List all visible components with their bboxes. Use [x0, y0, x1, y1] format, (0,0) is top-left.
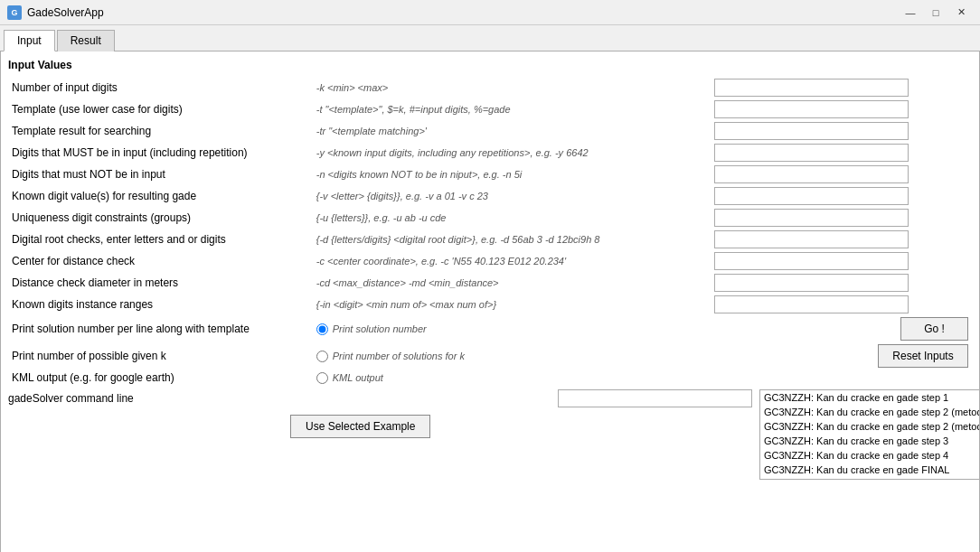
field-hint: {-in <digit> <min num of> <max num of>}: [313, 294, 711, 315]
input-must-digits[interactable]: [714, 144, 909, 162]
field-label: Digits that must NOT be in input: [8, 164, 313, 185]
table-row: Digits that MUST be in input (including …: [8, 142, 972, 164]
input-form: Number of input digits -k <min> <max> Te…: [8, 77, 972, 386]
tab-input[interactable]: Input: [4, 30, 55, 51]
field-hint: {-d {letters/digits} <digital root digit…: [313, 229, 711, 250]
field-hint: -k <min> <max>: [313, 77, 711, 98]
field-hint: -t "<template>", $=k, #=input digits, %=…: [313, 98, 711, 120]
app-title: GadeSolverApp: [27, 6, 899, 19]
field-hint: -y <known input digits, including any re…: [313, 142, 711, 164]
list-item[interactable]: GC3NZZH: Kan du cracke en gade FINAL: [760, 463, 980, 477]
field-hint: {-u {letters}}, e.g. -u ab -u cde: [313, 207, 711, 229]
input-known-digit-values[interactable]: [714, 187, 909, 205]
examples-list[interactable]: GC3NZZH: Kan du cracke en gade step 1GC3…: [759, 389, 980, 480]
maximize-button[interactable]: □: [924, 4, 947, 22]
section-title: Input Values: [8, 59, 972, 71]
field-label: Uniqueness digit constraints (groups): [8, 207, 313, 229]
list-item[interactable]: GC3NZZH: Kan du cracke en gade step 2 (m…: [760, 405, 980, 419]
reset-button[interactable]: Reset Inputs: [878, 344, 968, 368]
kml-option-label[interactable]: KML output: [316, 372, 968, 384]
app-icon: G: [7, 5, 22, 20]
list-item[interactable]: GC3NZZH: Kan du cracke en gade step 4: [760, 448, 980, 463]
input-digital-root[interactable]: [714, 230, 909, 248]
table-row: Template result for searching -tr "<temp…: [8, 120, 972, 142]
cmdline-label: gadeSolver command line: [8, 392, 243, 405]
input-template-search[interactable]: [714, 122, 909, 140]
radio-print-solution-text: Print solution number: [333, 323, 427, 334]
input-distance[interactable]: [714, 274, 909, 292]
radio-print-k-label[interactable]: Print number of solutions for k: [316, 351, 707, 362]
table-row: Digits that must NOT be in input -n <dig…: [8, 164, 972, 185]
field-hint: -cd <max_distance> -md <min_distance>: [313, 272, 711, 294]
field-label: Digits that MUST be in input (including …: [8, 142, 313, 164]
field-hint: -n <digits known NOT to be in niput>, e.…: [313, 164, 711, 185]
table-row: Known digits instance ranges {-in <digit…: [8, 294, 972, 315]
list-item[interactable]: GC3NZZH: Kan du cracke en gade step 1: [760, 390, 980, 405]
close-button[interactable]: ✕: [949, 4, 973, 22]
title-bar: G GadeSolverApp — □ ✕: [0, 0, 980, 25]
table-row: Template (use lower case for digits) -t …: [8, 98, 972, 120]
radio-kml[interactable]: [316, 372, 328, 384]
field-label: Known digits instance ranges: [8, 294, 313, 315]
field-hint: -c <center coordinate>, e.g. -c 'N55 40.…: [313, 250, 711, 272]
main-content: Input Values Number of input digits -k <…: [0, 51, 980, 552]
radio-print-solution[interactable]: [316, 323, 328, 335]
list-item[interactable]: GC3NZZH: Kan du cracke en gade step 3: [760, 434, 980, 448]
field-label: Template (use lower case for digits): [8, 98, 313, 120]
field-hint: -tr "<template matching>': [313, 120, 711, 142]
table-row: Digital root checks, enter letters and o…: [8, 229, 972, 250]
tab-result[interactable]: Result: [57, 30, 115, 51]
table-row: Uniqueness digit constraints (groups) {-…: [8, 207, 972, 229]
radio-row-label-k: Print number of possible given k: [8, 342, 313, 370]
go-button[interactable]: Go !: [900, 317, 968, 341]
table-row: KML output (e.g. for google earth) KML o…: [8, 370, 972, 386]
input-num-digits[interactable]: [714, 79, 909, 97]
field-label: Known digit value(s) for resulting gade: [8, 185, 313, 207]
table-row: Print number of possible given k Print n…: [8, 342, 972, 370]
field-hint: {-v <letter> {digits}}, e.g. -v a 01 -v …: [313, 185, 711, 207]
list-item[interactable]: GC3NZZH: Kan du cracke en gade step 2 (m…: [760, 419, 980, 434]
examples-panel: GC3NZZH: Kan du cracke en gade step 1GC3…: [759, 389, 980, 480]
field-label: Template result for searching: [8, 120, 313, 142]
table-row: Center for distance check -c <center coo…: [8, 250, 972, 272]
use-example-button[interactable]: Use Selected Example: [290, 415, 430, 438]
table-row: Print solution number per line along wit…: [8, 315, 972, 342]
field-label: Digital root checks, enter letters and o…: [8, 229, 313, 250]
radio-print-k-text: Print number of solutions for k: [333, 351, 465, 361]
kml-row-label: KML output (e.g. for google earth): [8, 370, 313, 386]
radio-print-solution-label[interactable]: Print solution number: [316, 323, 707, 335]
tab-bar: Input Result: [0, 25, 980, 51]
input-not-digits[interactable]: [714, 165, 909, 183]
table-row: Distance check diameter in meters -cd <m…: [8, 272, 972, 294]
input-uniqueness[interactable]: [714, 209, 909, 227]
input-template[interactable]: [714, 100, 909, 118]
table-row: Known digit value(s) for resulting gade …: [8, 185, 972, 207]
field-label: Center for distance check: [8, 250, 313, 272]
cmdline-input[interactable]: [558, 389, 752, 407]
field-label: Distance check diameter in meters: [8, 272, 313, 294]
table-row: Number of input digits -k <min> <max>: [8, 77, 972, 98]
kml-option-text: KML output: [333, 372, 383, 383]
input-center[interactable]: [714, 252, 909, 270]
radio-print-k[interactable]: [316, 351, 328, 362]
window-controls: — □ ✕: [899, 4, 973, 22]
field-label: Number of input digits: [8, 77, 313, 98]
radio-row-label: Print solution number per line along wit…: [8, 315, 313, 342]
minimize-button[interactable]: —: [899, 4, 922, 22]
input-instance-ranges[interactable]: [714, 295, 909, 313]
